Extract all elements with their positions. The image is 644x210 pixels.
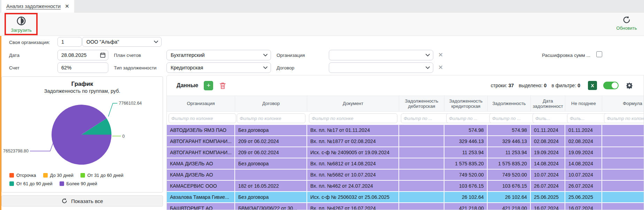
cell-debt_date: 02.08.2024 [531, 136, 565, 147]
tab-bar: Анализ задолженности ✕ [0, 0, 644, 13]
table-toggle-switch[interactable] [603, 82, 619, 89]
contract-clear-icon[interactable]: ✕ [438, 65, 443, 70]
load-button-label: Загрузить [11, 28, 31, 33]
cell-contract: 209 от 06.02.2024 [235, 136, 307, 147]
debt-analysis-screen: Анализ задолженности ✕ Загрузить [0, 0, 644, 210]
data-table-panel: Данные + строки: 37 выделено: 0 в фильтр… [166, 75, 644, 210]
legend-item[interactable]: Более 90 дней [60, 181, 97, 186]
org-clear-icon[interactable]: ✕ [438, 52, 443, 58]
cell-debit [399, 203, 444, 210]
plan-select[interactable]: Бухгалтерский [166, 50, 271, 60]
cell-credit: 574.98 [444, 125, 488, 136]
legend-swatch [43, 173, 48, 178]
cell-debit [399, 181, 444, 192]
refresh-button[interactable]: Обновить [614, 15, 639, 31]
column-header-due_date[interactable]: Не позднее [565, 96, 602, 111]
legend-item[interactable]: Отсрочка [9, 173, 36, 178]
own-org-code-input[interactable] [57, 37, 82, 47]
table-title: Данные [177, 82, 198, 89]
cell-debt: 103 676.15 [488, 181, 531, 192]
cell-doc: Вх. пл. №6812 от 14.08.2024 [307, 158, 399, 170]
column-header-doc[interactable]: Документ [307, 96, 399, 111]
cell-debit [399, 192, 444, 203]
show-all-button[interactable]: Показать все [1, 195, 163, 207]
cell-doc: Исх. с-ф № 2409005 от 19.09.2024 [307, 147, 399, 158]
cell-due_date: 25.06.2025 [565, 192, 602, 203]
cell-debt: 574.98 [488, 125, 531, 136]
delete-row-button[interactable] [219, 82, 226, 89]
debt-type-select[interactable]: Кредиторская [166, 62, 271, 73]
filter-cell [488, 112, 531, 125]
chevron-down-icon [426, 54, 430, 57]
debt-type-select-value: Кредиторская [171, 65, 203, 70]
cell-org: КАМАСЕРВИС ООО [167, 181, 235, 192]
pie-slice-more-90[interactable] [52, 105, 111, 165]
legend-item[interactable]: От 31 до 60 дней [80, 173, 124, 178]
column-header-debt_date[interactable]: Дата задолженност [531, 96, 565, 111]
pie-chart: 7766102.64 0 76523798.80 [2, 95, 162, 172]
table-stats: строки: 37 выделено: 0 в фильтре: 0 X [491, 81, 633, 90]
column-filter-input[interactable] [312, 116, 395, 121]
cell-debt_date: 25.06.2025 [531, 192, 565, 203]
gear-icon[interactable] [626, 82, 633, 89]
cell-due_date: 14.08.2024 [565, 158, 602, 170]
cell-formula [602, 170, 644, 181]
contract-select[interactable] [329, 62, 433, 73]
contract-filter-label: Договор [277, 65, 294, 70]
table-row[interactable]: КАМАСЕРВИС ООО182 от 16.05.2022Вх. пл. №… [167, 181, 644, 192]
cell-contract: БВМ/ЗАГ/30/06/22 от 30... [235, 203, 307, 210]
cell-debt_date: 01.11.2024 [531, 125, 565, 136]
filter-cell [399, 112, 444, 125]
cell-doc: Вх. пл. №1877 от 02.08.2024 [307, 136, 399, 147]
top-toolbar: Загрузить Обновить [0, 13, 644, 36]
table-row[interactable]: АВТОГАРАНТ КОМПАНИ...209 от 06.02.2024Ис… [167, 147, 644, 158]
column-header-credit[interactable]: Задолженность кредиторская [444, 96, 488, 111]
column-header-debt[interactable]: Задолженность [488, 96, 531, 111]
column-header-formula[interactable]: Формула [602, 96, 644, 111]
excel-export-icon[interactable]: X [588, 81, 597, 90]
column-header-org[interactable]: Организация [167, 96, 235, 111]
callout-line-61-90 [108, 103, 117, 117]
cell-credit: 1 575 835.20 [444, 158, 488, 170]
legend-label: До 30 дней [50, 173, 73, 178]
account-input[interactable] [57, 62, 108, 73]
column-filter-input[interactable] [171, 116, 233, 121]
own-org-select[interactable]: ООО "Альфа" [82, 37, 162, 47]
cell-due_date: 16.07.2024 [565, 203, 602, 210]
chevron-down-icon [154, 40, 158, 43]
selected-count: выделено: 0 [519, 83, 546, 88]
filter-cell [565, 112, 602, 125]
cell-contract: Без договора [235, 192, 307, 203]
legend-item[interactable]: От 61 до 90 дней [9, 181, 53, 186]
tab-debt-analysis[interactable]: Анализ задолженности ✕ [1, 0, 74, 13]
column-filter-input[interactable] [240, 116, 303, 121]
calendar-icon[interactable] [100, 52, 106, 58]
column-header-debit[interactable]: Задолженность дебиторская [399, 96, 444, 111]
cell-credit: 11 253.94 [444, 147, 488, 158]
cell-due_date: 26.07.2024 [565, 181, 602, 192]
column-filter-input[interactable] [607, 116, 644, 121]
chart-panel: График Задолженность по группам, руб. 77… [1, 76, 163, 193]
add-row-button[interactable]: + [204, 81, 213, 90]
cell-org: Авзалова Тамара Гивие... [167, 192, 235, 203]
org-select[interactable] [329, 50, 433, 60]
table-row[interactable]: КАМА ДИЗЕЛЬ АОБез договораВх. пл. №6812 … [167, 158, 644, 170]
table-row[interactable]: АВТОДИЗЕЛЬ ЯМЗ ПАОБез договораВх. пл. №1… [167, 125, 644, 136]
sum-decode-checkbox[interactable] [596, 51, 602, 57]
pie-load-icon [16, 16, 26, 26]
legend-item[interactable]: До 30 дней [43, 173, 73, 178]
table-row[interactable]: КАМА ДИЗЕЛЬ АОВх. пл. №5682 от 10.07.202… [167, 170, 644, 181]
table-row[interactable]: АВТОГАРАНТ КОМПАНИ...209 от 06.02.2024Вх… [167, 136, 644, 147]
cell-doc: Вх. пл. №17 от 01.11.2024 [307, 125, 399, 136]
table-row[interactable]: БАШВТОРМЕТ АОБВМ/ЗАГ/30/06/22 от 30...Вх… [167, 203, 644, 210]
table-row[interactable]: Авзалова Тамара Гивие...Без договораИсх.… [167, 192, 644, 203]
load-button[interactable]: Загрузить [8, 14, 35, 34]
column-header-contract[interactable]: Договор [235, 96, 307, 111]
cell-credit: 421 218.00 [444, 203, 488, 210]
filter-panel: Своя организация: ООО "Альфа" Дата План … [0, 36, 644, 75]
callout-value-31-60: 0 [122, 134, 125, 139]
cell-debt_date: 19.09.2024 [531, 147, 565, 158]
close-tab-icon[interactable]: ✕ [65, 3, 69, 9]
plan-select-value: Бухгалтерский [171, 52, 205, 58]
show-all-label: Показать все [71, 198, 103, 204]
